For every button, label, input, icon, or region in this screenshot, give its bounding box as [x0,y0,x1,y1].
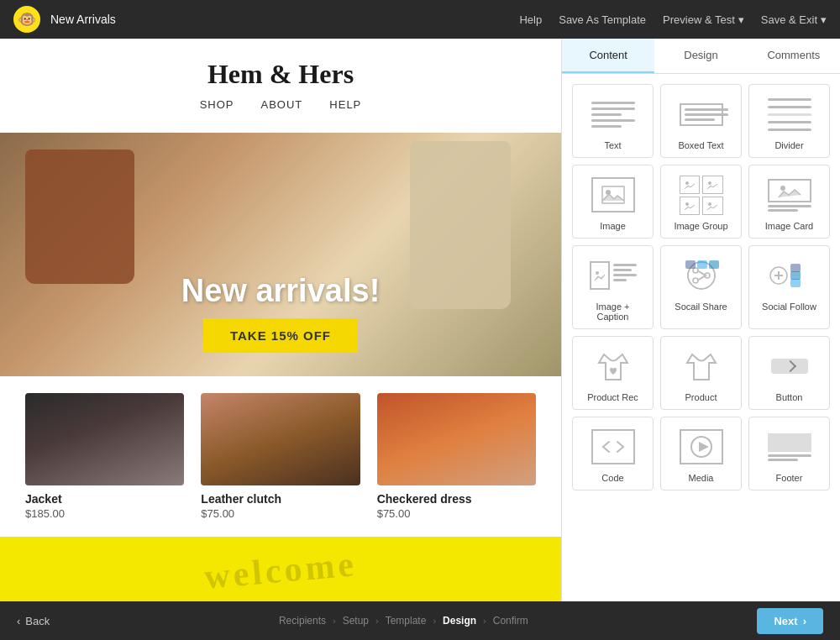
svg-point-3 [708,181,711,185]
email-brand: Hem & Hers [0,59,561,90]
panel-tabs: Content Design Comments [562,39,840,74]
boxed-text-block-label: Boxed Text [678,140,723,150]
products-section: Jacket $185.00 Leather clutch $75.00 [0,376,561,537]
panel-content: Text Boxed Text [562,74,840,601]
footer-banner: welcome [0,537,561,601]
content-block-image-group[interactable]: Image Group [660,165,742,239]
svg-point-7 [596,271,599,275]
email-content: Hem & Hers SHOP ABOUT HELP New arrivals!… [0,39,561,601]
product-block-label: Product [685,392,717,402]
email-nav-help: HELP [329,98,361,111]
email-header: Hem & Hers SHOP ABOUT HELP [0,39,561,133]
chevron-left-icon: ‹ [17,615,20,627]
content-block-product-rec[interactable]: Product Rec [572,336,654,410]
code-icon [586,426,640,468]
step-design: Design [443,615,476,627]
product-item: Checkered dress $75.00 [377,393,536,520]
main-layout: Hem & Hers SHOP ABOUT HELP New arrivals!… [0,39,840,601]
nav-links: Help Save As Template Preview & Test ▾ S… [519,13,827,26]
step-recipients: Recipients [279,615,326,627]
content-block-social-follow[interactable]: Social Follow [748,245,830,329]
email-nav-about: ABOUT [261,98,303,111]
content-block-text[interactable]: Text [572,84,654,158]
product-name-clutch: Leather clutch [201,492,360,506]
code-block-label: Code [601,473,623,483]
image-caption-icon [586,254,640,296]
products-grid: Jacket $185.00 Leather clutch $75.00 [25,393,536,520]
image-group-icon [675,174,728,216]
content-block-boxed-text[interactable]: Boxed Text [660,84,742,158]
step-setup: Setup [343,615,369,627]
hero-section: New arrivals! TAKE 15% OFF [0,133,561,376]
product-item: Leather clutch $75.00 [201,393,360,520]
content-block-code[interactable]: Code [572,417,654,490]
svg-rect-21 [790,271,801,280]
divider-icon [763,93,816,135]
mailchimp-logo: 🐵 [13,6,40,33]
content-block-image-caption[interactable]: Image + Caption [572,245,654,329]
content-block-footer[interactable]: Footer [748,417,830,490]
step-confirm: Confirm [493,615,528,627]
svg-rect-19 [790,264,801,272]
product-name-dress: Checkered dress [377,492,536,506]
top-nav: 🐵 New Arrivals Help Save As Template Pre… [0,0,840,39]
social-share-icon [675,254,728,296]
button-icon [763,345,816,387]
svg-rect-13 [685,260,696,269]
save-as-template-button[interactable]: Save As Template [559,13,646,26]
step-arrow: › [483,616,486,626]
back-button[interactable]: ‹ Back [17,615,50,627]
hero-bag-right [410,141,511,309]
help-link[interactable]: Help [519,13,542,26]
preview-test-button[interactable]: Preview & Test ▾ [663,13,744,26]
hero-headline: New arrivals! [181,273,381,309]
image-caption-block-label: Image + Caption [580,302,646,322]
image-icon [586,174,640,216]
product-rec-block-label: Product Rec [587,392,638,402]
email-nav-shop: SHOP [200,98,234,111]
divider-block-label: Divider [774,140,803,150]
button-block-label: Button [776,392,803,402]
content-block-image-card[interactable]: Image Card [748,165,830,239]
bottom-nav: ‹ Back Recipients › Setup › Template › D… [0,601,840,640]
boxed-text-icon [675,93,728,135]
tab-content[interactable]: Content [562,39,654,73]
social-follow-icon [763,254,816,296]
email-preview: Hem & Hers SHOP ABOUT HELP New arrivals!… [0,39,561,601]
image-card-block-label: Image Card [765,221,813,231]
workflow-steps: Recipients › Setup › Template › Design ›… [279,615,528,627]
social-share-block-label: Socail Share [675,302,727,312]
svg-rect-14 [697,260,707,269]
footer-banner-text: welcome [202,543,358,597]
content-block-media[interactable]: Media [660,417,742,490]
svg-rect-20 [790,279,801,287]
next-button[interactable]: Next › [757,608,823,634]
content-block-product[interactable]: Product [660,336,742,410]
tab-design[interactable]: Design [654,39,747,73]
media-icon [675,426,728,468]
save-exit-button[interactable]: Save & Exit ▾ [761,13,827,26]
svg-point-5 [708,202,711,206]
product-price-jacket: $185.00 [25,507,184,520]
right-panel: Content Design Comments [561,39,840,601]
svg-rect-15 [709,260,719,269]
product-name-jacket: Jacket [25,492,184,506]
content-blocks-grid: Text Boxed Text [572,84,830,490]
chevron-down-icon: ▾ [821,13,827,26]
product-rec-icon [586,345,640,387]
image-group-block-label: Image Group [674,221,727,231]
tab-comments[interactable]: Comments [748,39,840,73]
svg-point-4 [685,202,689,206]
hero-bag-left [25,150,134,284]
email-nav: SHOP ABOUT HELP [0,98,561,119]
content-block-image[interactable]: Image [572,165,654,239]
svg-point-2 [685,181,689,185]
step-template: Template [386,615,427,627]
campaign-title: New Arrivals [50,13,509,26]
text-block-label: Text [604,140,621,150]
content-block-social-share[interactable]: Socail Share [660,245,742,329]
hero-cta-button[interactable]: TAKE 15% OFF [203,318,358,353]
content-block-button[interactable]: Button [748,336,830,410]
content-block-divider[interactable]: Divider [748,84,830,158]
footer-icon [763,426,816,468]
